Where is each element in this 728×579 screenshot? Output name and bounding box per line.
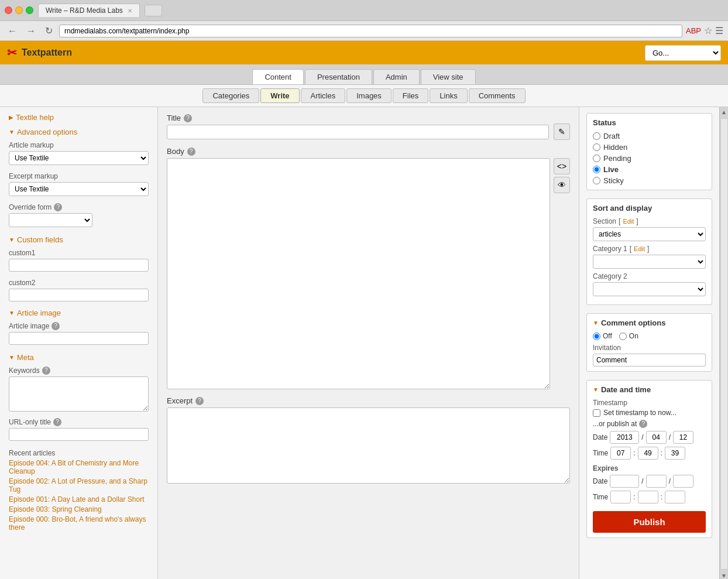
time-sep2: :	[661, 449, 662, 457]
body-textarea[interactable]	[167, 158, 550, 389]
advanced-options-toggle[interactable]: Advanced options	[9, 128, 149, 136]
scroll-track[interactable]	[720, 118, 728, 570]
url-only-title-input[interactable]	[9, 428, 149, 441]
expires-label: Expires	[593, 464, 706, 472]
expires-hour-input[interactable]	[610, 491, 631, 503]
section-edit-link[interactable]: Edit	[623, 218, 634, 225]
tab-view-site[interactable]: View site	[421, 69, 476, 84]
or-publish-row: ...or publish at ?	[593, 420, 706, 428]
sub-tab-links[interactable]: Links	[430, 88, 467, 103]
date-year-input[interactable]: 2013	[610, 431, 639, 444]
date-day-input[interactable]: 12	[673, 431, 693, 444]
status-sticky[interactable]: Sticky	[593, 176, 706, 185]
sub-tab-images[interactable]: Images	[346, 88, 392, 103]
time-sec-input[interactable]: 39	[665, 447, 685, 460]
maximize-button[interactable]	[26, 6, 33, 14]
status-pending[interactable]: Pending	[593, 154, 706, 163]
minimize-button[interactable]	[15, 6, 23, 14]
section-select[interactable]: articles	[593, 227, 706, 241]
sub-tab-categories[interactable]: Categories	[202, 88, 259, 103]
body-section: Body ? <> 👁	[167, 147, 570, 389]
publish-button[interactable]: Publish	[593, 511, 706, 533]
textile-help-toggle[interactable]: Textile help	[9, 113, 149, 122]
list-item[interactable]: Episode 002: A Lot of Pressure, and a Sh…	[9, 477, 149, 494]
comment-options-title[interactable]: Comment options	[593, 318, 706, 327]
article-image-input[interactable]	[9, 332, 149, 345]
right-panel: Status Draft Hidden Pending Live	[579, 107, 719, 579]
publish-time-row: Time 07 : 49 : 39	[593, 447, 706, 460]
reload-button[interactable]: ↻	[42, 24, 56, 37]
expires-day-input[interactable]	[673, 475, 693, 488]
go-dropdown[interactable]: Go...	[645, 45, 721, 61]
title-field-wrap: Title ?	[167, 114, 549, 139]
comment-on-radio[interactable]	[619, 333, 627, 340]
meta-toggle[interactable]: Meta	[9, 353, 149, 362]
status-pending-radio[interactable]	[593, 155, 600, 162]
scroll-down-arrow[interactable]: ▼	[721, 571, 727, 579]
invitation-input[interactable]: Comment	[593, 354, 706, 366]
code-view-button[interactable]: <>	[554, 158, 570, 174]
category1-select[interactable]	[593, 255, 706, 269]
status-draft[interactable]: Draft	[593, 132, 706, 141]
status-hidden[interactable]: Hidden	[593, 143, 706, 152]
tab-content[interactable]: Content	[252, 69, 304, 84]
time-label: Time	[593, 449, 608, 457]
title-input[interactable]	[167, 125, 549, 139]
sub-tab-write[interactable]: Write	[260, 88, 299, 103]
status-hidden-radio[interactable]	[593, 143, 600, 151]
tab-admin[interactable]: Admin	[373, 69, 420, 84]
override-form-select[interactable]	[9, 213, 92, 227]
sub-tab-comments[interactable]: Comments	[469, 88, 526, 103]
comment-off-radio[interactable]	[593, 333, 600, 340]
time-min-input[interactable]: 49	[638, 447, 658, 460]
list-item[interactable]: Episode 000: Bro-Bot, A friend who's alw…	[9, 515, 149, 532]
page-body: Textile help Advanced options Article ma…	[0, 107, 728, 579]
category2-select[interactable]	[593, 282, 706, 296]
category1-edit-link[interactable]: Edit	[634, 245, 645, 252]
status-live[interactable]: Live	[593, 165, 706, 174]
list-item[interactable]: Episode 003: Spring Cleaning	[9, 505, 149, 513]
new-tab-button[interactable]	[145, 5, 162, 16]
forward-button[interactable]: →	[23, 25, 39, 37]
expires-month-input[interactable]	[646, 475, 667, 488]
preview-button[interactable]: 👁	[554, 177, 570, 193]
browser-tab[interactable]: Write – R&D Media Labs ✕	[38, 4, 140, 17]
custom2-input[interactable]	[9, 289, 149, 302]
back-button[interactable]: ←	[5, 25, 20, 37]
status-draft-radio[interactable]	[593, 132, 600, 140]
recent-articles-label: Recent articles	[9, 449, 149, 457]
edit-icon-button[interactable]: ✎	[554, 124, 570, 140]
list-item[interactable]: Episode 004: A Bit of Chemistry and More…	[9, 459, 149, 475]
keywords-textarea[interactable]	[9, 376, 149, 412]
custom1-input[interactable]	[9, 259, 149, 272]
set-timestamp-checkbox[interactable]	[593, 409, 600, 417]
time-hour-input[interactable]: 07	[610, 447, 631, 460]
comment-on[interactable]: On	[619, 332, 638, 340]
date-time-title[interactable]: Date and time	[593, 385, 706, 394]
custom-fields-toggle[interactable]: Custom fields	[9, 235, 149, 244]
menu-icon[interactable]: ☰	[715, 25, 723, 36]
excerpt-textarea[interactable]	[167, 407, 570, 484]
expires-sec-input[interactable]	[665, 491, 685, 503]
sub-tab-files[interactable]: Files	[393, 88, 428, 103]
article-image-toggle[interactable]: Article image	[9, 309, 149, 317]
browser-buttons	[5, 6, 33, 14]
status-sticky-radio[interactable]	[593, 177, 600, 184]
sub-tab-articles[interactable]: Articles	[301, 88, 346, 103]
comment-off[interactable]: Off	[593, 332, 612, 340]
expires-year-input[interactable]	[610, 475, 639, 488]
excerpt-label: Excerpt	[167, 396, 193, 405]
close-button[interactable]	[5, 6, 12, 14]
article-markup-select[interactable]: Use Textile Plain text Leave text untouc…	[9, 151, 149, 165]
excerpt-markup-select[interactable]: Use Textile Plain text Leave text untouc…	[9, 182, 149, 196]
address-bar[interactable]: rndmedialabs.com/textpattern/index.php	[59, 25, 682, 37]
tab-presentation[interactable]: Presentation	[305, 69, 372, 84]
bookmark-icon[interactable]: ☆	[704, 25, 712, 36]
status-live-radio[interactable]	[593, 166, 600, 173]
scroll-up-arrow[interactable]: ▲	[721, 107, 727, 117]
list-item[interactable]: Episode 001: A Day Late and a Dollar Sho…	[9, 495, 149, 503]
date-month-input[interactable]: 04	[646, 431, 667, 444]
tab-close-icon[interactable]: ✕	[128, 8, 132, 14]
override-form-label: Override form ?	[9, 203, 149, 211]
expires-min-input[interactable]	[638, 491, 658, 503]
